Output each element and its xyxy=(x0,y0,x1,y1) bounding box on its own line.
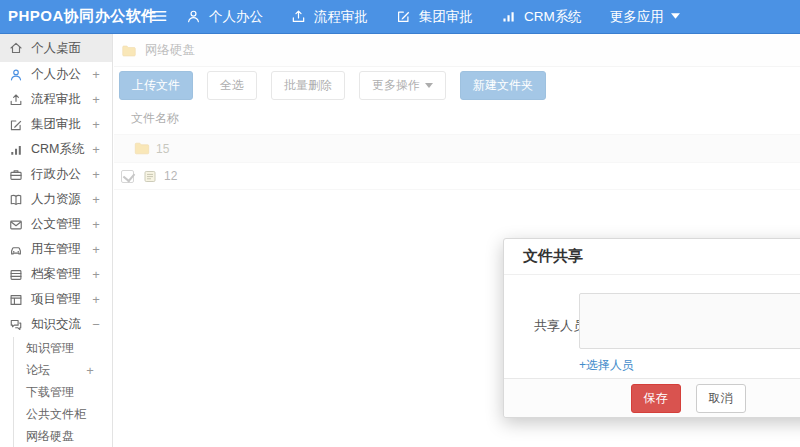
bar-chart-icon xyxy=(501,9,517,25)
expand-toggle[interactable]: + xyxy=(82,363,98,378)
topbar: PHPOA协同办公软件 个人办公 流程审批 集团审批 CRM系统 更多应用 xyxy=(0,0,800,34)
cancel-button[interactable]: 取消 xyxy=(696,384,746,413)
chevron-down-icon xyxy=(671,13,681,20)
archive-icon xyxy=(9,268,23,282)
upload-icon xyxy=(9,93,23,107)
sidebar-subitem-label: 公共文件柜 xyxy=(26,406,86,423)
person-icon xyxy=(9,68,23,82)
sidebar-subitem-public-cabinet[interactable]: 公共文件柜 xyxy=(14,403,112,425)
sidebar-subitem-knowledge-mgmt[interactable]: 知识管理 xyxy=(14,337,112,359)
sidebar-item-label: 集团审批 xyxy=(31,116,88,133)
sidebar-item-vehicle-mgmt[interactable]: 用车管理 + xyxy=(0,237,112,262)
nav-label: 个人办公 xyxy=(209,8,263,26)
sidebar-item-crm-system[interactable]: CRM系统 + xyxy=(0,137,112,162)
sidebar-submenu: 知识管理 论坛 + 下载管理 公共文件柜 网络硬盘 xyxy=(13,337,112,447)
edit-icon xyxy=(396,9,412,25)
sidebar-subitem-label: 网络硬盘 xyxy=(26,428,82,445)
home-icon xyxy=(9,41,23,55)
expand-toggle[interactable]: + xyxy=(88,92,104,107)
sidebar-item-label: 用车管理 xyxy=(31,241,88,258)
collapse-toggle[interactable]: − xyxy=(88,317,104,332)
nav-label: 更多应用 xyxy=(610,8,664,26)
expand-toggle[interactable]: + xyxy=(88,67,104,82)
dialog-header: 文件共享 xyxy=(504,239,800,275)
chat-icon xyxy=(9,318,23,332)
file-share-dialog: 文件共享 共享人员 +选择人员 保存 取消 xyxy=(503,238,800,418)
sidebar-subitem-label: 知识管理 xyxy=(26,340,82,357)
nav-personal-office[interactable]: 个人办公 xyxy=(186,8,263,26)
expand-toggle[interactable]: + xyxy=(88,217,104,232)
sidebar-item-label: 人力资源 xyxy=(31,191,88,208)
edit-icon xyxy=(9,118,23,132)
car-icon xyxy=(9,243,23,257)
book-icon xyxy=(9,193,23,207)
dialog-body: 共享人员 +选择人员 xyxy=(504,275,800,380)
sidebar-item-personal-office[interactable]: 个人办公 + xyxy=(0,62,112,87)
select-members-link[interactable]: +选择人员 xyxy=(579,357,634,374)
upload-icon xyxy=(291,9,307,25)
sidebar-item-label: CRM系统 xyxy=(31,141,88,158)
person-icon xyxy=(186,9,202,25)
sidebar-item-document-mgmt[interactable]: 公文管理 + xyxy=(0,212,112,237)
sidebar-item-label: 档案管理 xyxy=(31,266,88,283)
nav-label: CRM系统 xyxy=(524,8,582,26)
nav-crm-system[interactable]: CRM系统 xyxy=(501,8,582,26)
dialog-title: 文件共享 xyxy=(523,247,583,266)
sidebar-item-personal-desktop[interactable]: 个人桌面 xyxy=(0,34,112,62)
sidebar: 个人桌面 个人办公 + 流程审批 + 集团审批 + CRM系统 + 行政办公 +… xyxy=(0,34,113,447)
sidebar-item-label: 个人桌面 xyxy=(31,40,88,57)
save-button[interactable]: 保存 xyxy=(631,384,681,413)
sidebar-item-label: 知识交流 xyxy=(31,316,88,333)
sidebar-subitem-label: 下载管理 xyxy=(26,384,82,401)
sidebar-item-hr[interactable]: 人力资源 + xyxy=(0,187,112,212)
bar-chart-icon xyxy=(9,143,23,157)
dialog-footer: 保存 取消 xyxy=(504,378,800,417)
mail-icon xyxy=(9,218,23,232)
project-icon xyxy=(9,293,23,307)
app-logo: PHPOA协同办公软件 xyxy=(0,7,150,26)
expand-toggle[interactable]: + xyxy=(88,242,104,257)
expand-toggle[interactable]: + xyxy=(88,167,104,182)
briefcase-icon xyxy=(9,168,23,182)
hamburger-icon xyxy=(150,14,168,28)
menu-icon[interactable] xyxy=(150,7,170,27)
nav-workflow-approval[interactable]: 流程审批 xyxy=(291,8,368,26)
top-navigation: 个人办公 流程审批 集团审批 CRM系统 更多应用 xyxy=(186,8,709,26)
sidebar-subitem-network-disk[interactable]: 网络硬盘 xyxy=(14,425,112,447)
sidebar-item-label: 个人办公 xyxy=(31,66,88,83)
sidebar-subitem-label: 论坛 xyxy=(26,362,82,379)
expand-toggle[interactable]: + xyxy=(88,267,104,282)
sidebar-item-workflow-approval[interactable]: 流程审批 + xyxy=(0,87,112,112)
nav-label: 集团审批 xyxy=(419,8,473,26)
sidebar-item-label: 项目管理 xyxy=(31,291,88,308)
sidebar-item-admin-office[interactable]: 行政办公 + xyxy=(0,162,112,187)
nav-label: 流程审批 xyxy=(314,8,368,26)
sidebar-subitem-forum[interactable]: 论坛 + xyxy=(14,359,112,381)
expand-toggle[interactable]: + xyxy=(88,292,104,307)
sidebar-item-archive-mgmt[interactable]: 档案管理 + xyxy=(0,262,112,287)
expand-toggle[interactable]: + xyxy=(88,192,104,207)
sidebar-item-group-approval[interactable]: 集团审批 + xyxy=(0,112,112,137)
nav-more-apps[interactable]: 更多应用 xyxy=(610,8,681,26)
nav-group-approval[interactable]: 集团审批 xyxy=(396,8,473,26)
sidebar-item-label: 公文管理 xyxy=(31,216,88,233)
expand-toggle[interactable]: + xyxy=(88,142,104,157)
sidebar-item-label: 行政办公 xyxy=(31,166,88,183)
sidebar-subitem-download-mgmt[interactable]: 下载管理 xyxy=(14,381,112,403)
sidebar-item-knowledge-exchange[interactable]: 知识交流 − xyxy=(0,312,112,337)
sidebar-item-project-mgmt[interactable]: 项目管理 + xyxy=(0,287,112,312)
sidebar-item-label: 流程审批 xyxy=(31,91,88,108)
expand-toggle[interactable]: + xyxy=(88,117,104,132)
share-members-box[interactable] xyxy=(579,293,800,349)
